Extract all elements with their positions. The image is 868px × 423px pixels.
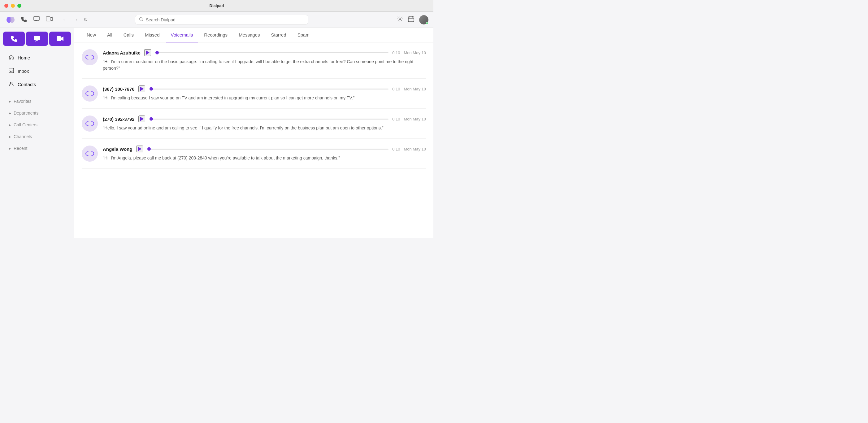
svg-rect-7 bbox=[34, 36, 40, 40]
progress-dot bbox=[150, 117, 153, 121]
voicemail-duration: 0:10 bbox=[392, 147, 400, 151]
voicemail-header: Angela Wong 0:10 Mon May 10 bbox=[103, 146, 426, 152]
voicemail-transcript: "Hi, I'm calling because I saw your ad o… bbox=[103, 95, 426, 101]
svg-rect-9 bbox=[9, 68, 13, 73]
voicemail-caller-name: Angela Wong bbox=[103, 147, 132, 152]
progress-container[interactable] bbox=[149, 119, 389, 120]
svg-point-5 bbox=[399, 18, 401, 20]
home-icon bbox=[9, 55, 14, 61]
voicemail-list: Adaora Azubuike 0:10 Mon May 10 bbox=[74, 42, 433, 238]
app-container: ← → ↻ bbox=[0, 12, 433, 238]
voicemail-caller-name: Adaora Azubuike bbox=[103, 50, 141, 55]
progress-bar bbox=[149, 89, 389, 90]
tab-messages[interactable]: Messages bbox=[234, 28, 265, 42]
progress-bar bbox=[147, 149, 389, 150]
minimize-button[interactable] bbox=[11, 4, 15, 8]
sidebar-item-home[interactable]: Home bbox=[2, 52, 71, 64]
chevron-right-icon: ▶ bbox=[9, 135, 11, 139]
svg-rect-22 bbox=[88, 152, 92, 155]
inbox-icon bbox=[9, 68, 14, 74]
svg-rect-8 bbox=[57, 36, 61, 41]
calendar-icon[interactable] bbox=[408, 16, 414, 24]
voicemail-avatar bbox=[82, 116, 98, 131]
play-button[interactable] bbox=[144, 49, 151, 56]
sidebar-channels-section[interactable]: ▶ Channels bbox=[2, 131, 71, 142]
phone-nav-icon[interactable] bbox=[21, 16, 27, 24]
search-bar bbox=[135, 15, 308, 25]
progress-dot bbox=[150, 87, 153, 91]
search-input[interactable] bbox=[146, 17, 304, 22]
sidebar-item-inbox[interactable]: Inbox bbox=[2, 65, 71, 78]
voicemail-date: Mon May 10 bbox=[404, 87, 426, 91]
settings-icon[interactable] bbox=[397, 16, 403, 24]
progress-bar bbox=[149, 119, 389, 120]
play-button[interactable] bbox=[138, 116, 145, 122]
tab-new[interactable]: New bbox=[82, 28, 101, 42]
voicemail-duration: 0:10 bbox=[392, 51, 400, 55]
sidebar-chat-button[interactable] bbox=[26, 32, 48, 46]
voicemail-content: (270) 392-3792 0:10 Mon May 10 bbox=[103, 116, 426, 131]
progress-bar bbox=[155, 52, 389, 53]
voicemail-header: (367) 300-7676 0:10 Mon May 10 bbox=[103, 86, 426, 92]
sidebar-callcenters-label: Call Centers bbox=[13, 122, 37, 127]
forward-button[interactable]: → bbox=[72, 16, 79, 24]
sidebar-video-button[interactable] bbox=[49, 32, 71, 46]
close-button[interactable] bbox=[4, 4, 8, 8]
sidebar-callcenters-section[interactable]: ▶ Call Centers bbox=[2, 119, 71, 130]
sidebar: Home Inbox Contacts ▶ bbox=[0, 28, 74, 238]
top-bar-nav-icons bbox=[21, 16, 53, 24]
chat-nav-icon[interactable] bbox=[33, 16, 40, 24]
content-area: New All Calls Missed Voicemails Recordin… bbox=[74, 28, 433, 238]
sidebar-item-contacts[interactable]: Contacts bbox=[2, 78, 71, 91]
voicemail-avatar bbox=[82, 146, 98, 162]
play-button[interactable] bbox=[136, 146, 143, 152]
tab-voicemails[interactable]: Voicemails bbox=[166, 28, 198, 42]
voicemail-date: Mon May 10 bbox=[404, 117, 426, 121]
progress-container[interactable] bbox=[149, 89, 389, 90]
voicemail-transcript: "Hi, I'm a current customer on the basic… bbox=[103, 59, 426, 71]
voicemail-caller-name: (367) 300-7676 bbox=[103, 86, 135, 92]
voicemail-avatar bbox=[82, 49, 98, 65]
svg-rect-6 bbox=[408, 17, 414, 22]
tabs-bar: New All Calls Missed Voicemails Recordin… bbox=[74, 28, 433, 42]
sidebar-phone-button[interactable] bbox=[3, 32, 25, 46]
voicemail-content: Angela Wong 0:10 Mon May 10 bbox=[103, 146, 426, 161]
voicemail-duration: 0:10 bbox=[392, 117, 400, 121]
voicemail-content: (367) 300-7676 0:10 Mon May 10 bbox=[103, 86, 426, 101]
play-button[interactable] bbox=[138, 86, 145, 92]
tab-recordings[interactable]: Recordings bbox=[199, 28, 232, 42]
maximize-button[interactable] bbox=[17, 4, 21, 8]
tab-spam[interactable]: Spam bbox=[292, 28, 314, 42]
traffic-lights bbox=[4, 4, 21, 8]
progress-container[interactable] bbox=[155, 52, 389, 53]
sidebar-sections: ▶ Favorites ▶ Departments ▶ Call Centers… bbox=[0, 95, 74, 154]
svg-rect-16 bbox=[88, 92, 92, 95]
sidebar-navigation: Home Inbox Contacts bbox=[0, 50, 74, 93]
sidebar-recent-section[interactable]: ▶ Recent bbox=[2, 143, 71, 154]
progress-dot bbox=[147, 147, 151, 151]
search-icon bbox=[139, 17, 143, 22]
top-bar-right bbox=[397, 15, 428, 25]
sidebar-favorites-section[interactable]: ▶ Favorites bbox=[2, 96, 71, 107]
avatar[interactable] bbox=[419, 15, 428, 25]
progress-container[interactable] bbox=[147, 149, 389, 150]
tab-missed[interactable]: Missed bbox=[140, 28, 165, 42]
voicemail-item: Adaora Azubuike 0:10 Mon May 10 bbox=[82, 42, 426, 79]
svg-rect-2 bbox=[34, 17, 39, 21]
sidebar-favorites-label: Favorites bbox=[13, 99, 32, 104]
voicemail-date: Mon May 10 bbox=[404, 147, 426, 151]
refresh-button[interactable]: ↻ bbox=[82, 16, 89, 24]
logo bbox=[5, 14, 16, 25]
voicemail-item: Angela Wong 0:10 Mon May 10 bbox=[82, 139, 426, 169]
chevron-right-icon: ▶ bbox=[9, 147, 11, 150]
sidebar-channels-label: Channels bbox=[13, 134, 32, 139]
video-nav-icon[interactable] bbox=[46, 17, 53, 23]
tab-starred[interactable]: Starred bbox=[266, 28, 291, 42]
sidebar-recent-label: Recent bbox=[13, 146, 27, 151]
chevron-right-icon: ▶ bbox=[9, 100, 11, 103]
tab-all[interactable]: All bbox=[102, 28, 117, 42]
back-button[interactable]: ← bbox=[61, 16, 69, 24]
tab-calls[interactable]: Calls bbox=[119, 28, 139, 42]
voicemail-header: Adaora Azubuike 0:10 Mon May 10 bbox=[103, 49, 426, 56]
sidebar-departments-section[interactable]: ▶ Departments bbox=[2, 108, 71, 119]
